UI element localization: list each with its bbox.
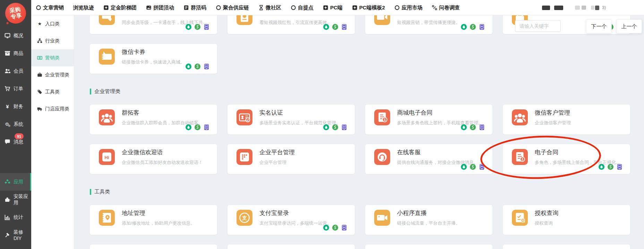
app-card[interactable]: 授权查询授权查询 (503, 205, 630, 235)
overview-icon (5, 33, 10, 39)
topnav-item[interactable]: 问卷调查 (432, 5, 460, 11)
coin-icon (237, 15, 252, 25)
miniapp-icon (323, 225, 329, 231)
app-card-title: 微信客户管理 (535, 109, 570, 117)
sidebar-item[interactable]: 订单 (0, 80, 31, 98)
app-card-title: 企业微信欢迎语 (122, 148, 163, 156)
app-grid: 同步会员等级，一卡通在手，线上线下共...WAP看短视频领红包，引流宣传更高效。… (90, 15, 630, 249)
message-badge: 91 (15, 133, 24, 139)
apps-icon (5, 179, 10, 185)
app-card-title: 小程序直播 (397, 209, 427, 217)
topnav-item[interactable]: 聚合供应链 (216, 5, 249, 11)
sidebar-menu: 概况商品会员订单¥财务⚙⚙系统消息91应用安装应用统计装修DIY (0, 27, 31, 244)
app-card[interactable] (90, 244, 217, 249)
app-card[interactable]: Hi企业微信欢迎语企业微信员工添加好友自动发送欢迎语！ (90, 144, 217, 174)
category-item[interactable]: 工具类 (31, 83, 74, 100)
topnav-item-label: 微社区 (266, 5, 281, 11)
topnav-item[interactable]: 文章营销 (36, 5, 64, 11)
sidebar-item[interactable]: 概况 (0, 27, 31, 44)
app-card-title: 地址管理 (122, 209, 145, 217)
sidebar-item[interactable]: 安装应用 (0, 191, 31, 208)
app-card[interactable]: 支支付宝登录支付宝端登录访问，多端统一运营。WAP (227, 205, 355, 235)
circle-icon (216, 5, 221, 10)
people-icon (99, 109, 115, 125)
app-card[interactable]: 微信客户管理企业微信客户管理 (503, 105, 630, 134)
topnav-item-label: 群活码 (191, 5, 206, 11)
app-card[interactable]: 群拓客企业微信群入群即会员，加群自动锁客。WAP (90, 105, 217, 134)
app-card[interactable]: 企业平台管理企业平台管理 (227, 144, 355, 174)
wechat-icon (332, 124, 338, 130)
link-icon (432, 5, 437, 10)
wap-icon: WAP (204, 124, 209, 130)
app-card[interactable]: 看短视频领红包，引流宣传更高效。WAP (227, 15, 355, 34)
stats-icon (5, 214, 10, 220)
sidebar-item[interactable]: ⚙⚙系统 (0, 115, 31, 133)
topnav-item[interactable]: PC端 (323, 5, 343, 11)
section-header: 工具类 (90, 188, 630, 195)
app-card-desc: 企业微信客户管理 (535, 120, 571, 126)
sidebar-item[interactable]: 消息91 (0, 133, 31, 151)
topnav-item-label: PC端 (330, 5, 343, 11)
topnav-item[interactable]: 应用市场 (394, 5, 422, 11)
sidebar-item[interactable]: 装修DIY (0, 226, 31, 244)
platform-badges: WAP (323, 24, 347, 30)
topnav-item[interactable]: 拼团活动 (146, 5, 174, 11)
sidebar-item-label: 系统 (14, 121, 23, 127)
wap-icon: WAP (341, 124, 347, 130)
wechat-icon (470, 124, 476, 130)
category-item[interactable]: 企业管理类 (31, 66, 74, 83)
platform-badges: WAP (186, 64, 209, 69)
sidebar-item[interactable]: ¥财务 (0, 98, 31, 115)
topnav-item-label: 应用市场 (402, 5, 422, 11)
category-item-label: 入口类 (45, 21, 60, 27)
sidebar-item[interactable]: 应用 (0, 173, 31, 191)
category-item-label: 企业管理类 (45, 72, 69, 78)
message-icon (5, 139, 10, 145)
topnav-item[interactable]: 定金阶梯团 (103, 5, 137, 11)
category-item[interactable]: 门店应用类 (31, 100, 74, 117)
diy-icon (5, 232, 10, 238)
svg-text:WAP: WAP (480, 166, 483, 167)
redacted-block (554, 6, 563, 10)
topnav-item[interactable]: PC端模板2 (352, 5, 385, 11)
app-card-desc: 企业微信员工添加好友自动发送欢迎语！ (122, 159, 203, 166)
app-logo[interactable]: 采购 专享 (3, 1, 28, 25)
app-card[interactable]: 小程序直播链接公域流量，平台自主开播。 (365, 205, 492, 235)
app-card[interactable] (503, 244, 630, 249)
app-card-title: 微信卡券 (122, 48, 145, 56)
card-row: 地址管理添加/修改地址，协助用户更改信息。支支付宝登录支付宝端登录访问，多端统一… (90, 205, 630, 235)
app-card[interactable] (365, 244, 492, 249)
search-input[interactable] (515, 20, 561, 32)
category-item[interactable]: ★入口类 (31, 15, 74, 32)
sidebar-item-label: 财务 (14, 103, 23, 110)
wechat-icon (608, 164, 613, 170)
wechat-icon (332, 225, 338, 231)
content-area: 同步会员等级，一卡通在手，线上线下共...WAP看短视频领红包，引流宣传更高效。… (74, 15, 644, 249)
redacted-block (575, 6, 580, 10)
sidebar-item[interactable]: 会员 (0, 62, 31, 80)
app-card[interactable] (227, 244, 355, 249)
app-card-desc: 链接微信卡券，快速进入商城。 (122, 59, 185, 65)
topnav-item[interactable]: 浏览轨迹 (73, 5, 94, 11)
app-card[interactable]: 电子合同多角色，多场景线上签合同，平台正规化...WAP (503, 144, 630, 174)
app-card[interactable]: 同步会员等级，一卡通在手，线上线下共...WAP (90, 15, 217, 34)
category-item-label: 工具类 (45, 89, 60, 95)
sidebar-item[interactable]: 商品 (0, 44, 31, 62)
app-card[interactable]: 地址管理添加/修改地址，协助用户更改信息。 (90, 205, 217, 235)
sidebar-item[interactable]: 统计 (0, 208, 31, 226)
app-card[interactable]: 短视频营销，带货传播更便捷。WAP (365, 15, 492, 34)
category-item-label: 营销类 (45, 55, 60, 61)
category-item[interactable]: 行业类 (31, 32, 74, 49)
category-item[interactable]: 营销类 (31, 49, 74, 66)
app-card[interactable]: 实名认证多场景业务实名认证，平台规范化管理。WAP (227, 105, 355, 134)
app-card[interactable]: 微信卡券链接微信卡券，快速进入商城。WAP (90, 44, 217, 74)
app-card[interactable]: 在线客服提供在线沟通服务，对接企业微信消息。WAP (365, 144, 492, 174)
prev-result-button[interactable]: 上一个 (616, 19, 642, 33)
topnav-item[interactable]: 群活码 (183, 5, 206, 11)
install-icon (5, 197, 10, 202)
svg-text:WAP: WAP (343, 26, 346, 27)
topnav-item[interactable]: 微社区 (258, 5, 281, 11)
next-result-button[interactable]: 下一个 (586, 19, 612, 33)
topnav-item[interactable]: 自提点 (291, 5, 314, 11)
app-card[interactable]: 商城电子合同多场景多角色线上签约，手机端查看管理。WAP (365, 105, 492, 134)
